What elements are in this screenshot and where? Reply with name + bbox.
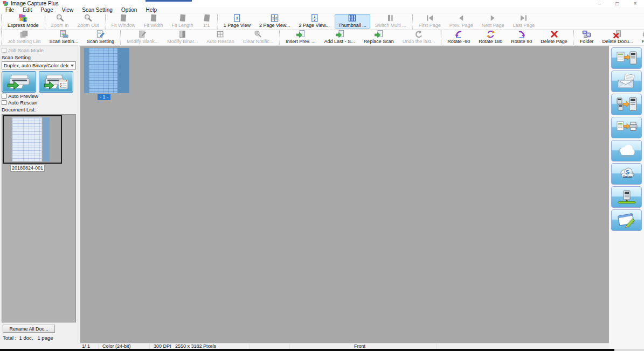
menu-help[interactable]: Help	[141, 7, 161, 13]
first-page-label: First Page	[419, 23, 441, 28]
gray-page-icon	[119, 13, 128, 23]
app-icon	[3, 1, 9, 6]
auto-rescan-tool-button: Auto Rescan	[203, 30, 238, 45]
delete-document-label: Delete Docu...	[602, 39, 633, 44]
page-scan-band	[117, 48, 129, 93]
rotate-90-button[interactable]: Rotate 90	[507, 30, 536, 45]
next-page-icon	[488, 13, 497, 23]
print-button[interactable]: Print	[638, 30, 644, 45]
status-pixel-size: 2550 x 3182 Pixels	[171, 343, 250, 349]
svg-text:2: 2	[275, 16, 278, 20]
fit-window-button: Fit Window	[108, 14, 140, 29]
zoom-out-label: Zoom Out	[78, 23, 99, 28]
total-count-label: Total : 1 doc, 1 page	[3, 335, 76, 341]
auto-rescan-checkbox[interactable]	[2, 100, 6, 105]
zoom-out-icon	[84, 13, 93, 23]
scan-setting-button[interactable]: Scan Setting	[83, 30, 118, 45]
window-controls: –□×	[591, 0, 644, 7]
svg-text:1: 1	[272, 16, 274, 20]
scan-setting-list-button[interactable]: Scan Settin...	[46, 30, 82, 45]
two-page-view-tb-button[interactable]: 122 Page View...	[295, 14, 333, 29]
one-to-one-label: 1:1	[203, 23, 210, 28]
action-panel: SOnline	[609, 46, 644, 343]
page-thumbnail-selected[interactable]	[84, 48, 129, 93]
close-button[interactable]: ×	[626, 0, 644, 7]
page-green-arrow-icon	[296, 30, 305, 39]
insert-prev-label: Insert Prev. ...	[286, 39, 315, 44]
job-setting-list-icon	[19, 30, 29, 39]
scan-button[interactable]	[2, 71, 36, 93]
status-spare-2	[290, 343, 350, 349]
menu-edit[interactable]: Edit	[18, 7, 36, 13]
express-mode-button[interactable]: EExpress Mode	[4, 14, 43, 29]
toolbar-group: 11 Page View122 Page View...122 Page Vie…	[217, 14, 412, 29]
menu-option[interactable]: Option	[117, 7, 141, 13]
job-setting-list-button: Job Setting List	[4, 30, 45, 45]
toolbar-group: First PagePrev. PageNext PageLast Page	[412, 14, 541, 29]
gray-page-icon	[149, 13, 158, 23]
page-preview	[89, 48, 117, 93]
page-green-arrow-icon	[335, 30, 344, 39]
two-page-view-lr-button[interactable]: 122 Page View...	[255, 14, 294, 29]
delete-document-button[interactable]: Delete Docu...	[598, 30, 636, 45]
folder-button[interactable]: Folder	[576, 30, 598, 45]
thumbnail-view-label: Thumbnail ...	[338, 23, 366, 28]
add-last-button[interactable]: Add Last - S...	[321, 30, 359, 45]
send-to-server-icon	[615, 97, 638, 112]
launch-application-button[interactable]	[611, 209, 642, 231]
menu-bar: FileEditPageViewScan SettingOptionHelp	[0, 7, 644, 13]
toolbar-group: Insert Prev. ...Add Last - S...Replace S…	[279, 30, 441, 45]
document-view-area[interactable]: - 1 -	[78, 46, 609, 343]
network-server-button[interactable]	[611, 186, 642, 208]
status-row: 1/ 1Color (24-bit)300 DPI2550 x 3182 Pix…	[0, 343, 644, 349]
toolbar-edit: Job Setting ListScan Settin...Scan Setti…	[0, 30, 644, 46]
maximize-button[interactable]: □	[608, 0, 626, 7]
fit-width-button: Fit Width	[140, 14, 167, 29]
one-page-view-icon: 1	[232, 13, 241, 23]
bottom-screen-edge	[0, 349, 644, 351]
one-page-view-label: 1 Page View	[224, 23, 251, 28]
scan-setting-label: Scan Setting	[87, 39, 114, 44]
menu-file[interactable]: File	[1, 7, 18, 13]
document-name-label[interactable]: 20180824-001	[10, 165, 45, 172]
send-to-pc-icon	[615, 51, 638, 66]
scan-setting-value: Duplex, auto Binary/Color detection, 300	[4, 63, 68, 68]
modify-blank-label: Modify Blank...	[127, 39, 158, 44]
menu-page[interactable]: Page	[36, 7, 57, 13]
thumbnail-view-button[interactable]: Thumbnail ...	[335, 14, 370, 29]
rename-all-doc-button[interactable]: Rename All Doc...	[3, 325, 55, 333]
bottom-corner	[614, 349, 644, 351]
document-page-preview	[12, 117, 42, 162]
send-to-pc-button[interactable]	[611, 47, 642, 69]
status-right-filler	[609, 343, 644, 349]
rotate-minus-90-button[interactable]: Rotate -90	[444, 30, 474, 45]
rotate-180-button[interactable]: Rotate 180	[475, 30, 506, 45]
status-color-mode: Color (24-bit)	[99, 343, 150, 349]
insert-prev-button[interactable]: Insert Prev. ...	[282, 30, 319, 45]
toolbar-group: EExpress Mode	[1, 14, 45, 29]
online-service-button[interactable]: SOnline	[611, 163, 642, 185]
minimize-button[interactable]: –	[591, 0, 608, 7]
replace-scan-button[interactable]: Replace Scan	[360, 30, 398, 45]
status-side-indicator: Front	[350, 343, 437, 349]
menu-scan-setting[interactable]: Scan Setting	[78, 7, 117, 13]
folder-label: Folder	[580, 39, 594, 44]
auto-preview-label: Auto Preview	[8, 93, 38, 99]
one-page-view-button[interactable]: 11 Page View	[220, 14, 254, 29]
delete-document-icon	[613, 30, 622, 39]
upload-cloud-button[interactable]	[611, 140, 642, 162]
scan-setting-dropdown[interactable]: Duplex, auto Binary/Color detection, 300	[2, 61, 76, 69]
document-thumbnail[interactable]	[3, 115, 62, 164]
document-list[interactable]: 20180824-001	[2, 114, 76, 322]
scan-with-settings-button[interactable]	[39, 71, 73, 93]
page-green-arrow-icon	[374, 30, 383, 39]
menu-view[interactable]: View	[58, 7, 78, 13]
send-email-button[interactable]	[611, 71, 642, 92]
print-document-button[interactable]	[611, 117, 642, 138]
folder-icon	[582, 30, 591, 39]
send-to-server-button[interactable]	[611, 94, 642, 115]
auto-preview-checkbox[interactable]	[2, 94, 6, 99]
delete-page-button[interactable]: Delete Page	[537, 30, 571, 45]
last-page-button: Last Page	[509, 14, 539, 29]
page-number-label[interactable]: - 1 -	[98, 94, 110, 100]
